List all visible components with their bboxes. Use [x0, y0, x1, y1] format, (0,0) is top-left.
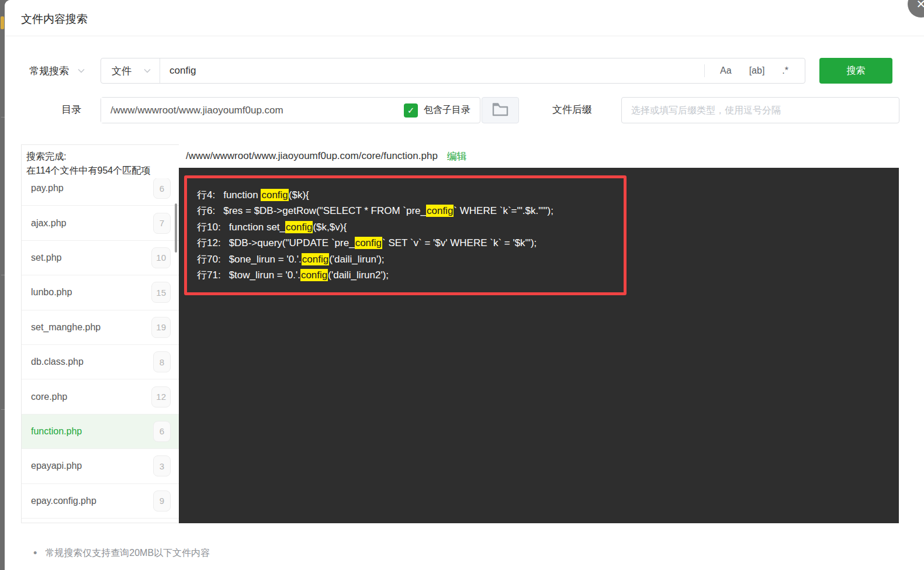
line-number: 行70: [197, 254, 221, 265]
file-name: pay.php [31, 183, 64, 194]
dimmed-background-page [0, 0, 5, 570]
file-name: set.php [31, 253, 61, 263]
code-text: ('daili_lirun2'); [328, 270, 389, 281]
search-input-group: 文件 Aa [ab] .* [101, 58, 805, 84]
line-number: 行71: [197, 270, 221, 281]
line-number: 行6: [197, 205, 215, 216]
suffix-input[interactable] [621, 97, 899, 123]
match-count-badge: 6 [153, 421, 171, 442]
list-scrollbar-thumb[interactable] [175, 203, 177, 253]
file-name: lunbo.php [31, 287, 72, 298]
code-text: ($k,$v){ [313, 222, 347, 233]
file-name: epayapi.php [31, 461, 82, 471]
file-preview-header: /www/wwwroot/www.jiaoyoumf0up.com/core/f… [179, 144, 899, 168]
match-count-badge: 8 [153, 351, 171, 372]
match-count-badge: 9 [153, 490, 171, 512]
directory-label: 目录 [61, 103, 81, 116]
search-type-select[interactable]: 文件 [101, 58, 160, 83]
highlighted-match: config [302, 253, 329, 265]
search-mode-select[interactable]: 常规搜索 [29, 58, 85, 84]
preview-file-path: /www/wwwroot/www.jiaoyoumf0up.com/core/f… [186, 150, 438, 162]
match-case-toggle[interactable]: Aa [720, 65, 732, 76]
code-line: 行70:$one_lirun = '0.'.config('daili_liru… [197, 251, 553, 267]
highlighted-match: config [285, 221, 313, 233]
file-preview-panel: /www/wwwroot/www.jiaoyoumf0up.com/core/f… [179, 144, 899, 523]
code-text: ('daili_lirun'); [329, 254, 384, 265]
list-item[interactable]: epay.config.php9 [22, 484, 179, 519]
list-item[interactable]: pay.php6 [22, 178, 179, 206]
match-count-badge: 15 [151, 282, 171, 303]
highlighted-match: config [426, 205, 454, 217]
file-name: db.class.php [31, 357, 84, 367]
highlighted-match: config [261, 189, 288, 201]
code-text: ` SET `v` = '$v' WHERE `k` = '$k'"); [382, 237, 537, 248]
line-number: 行4: [197, 189, 215, 201]
highlighted-match: config [355, 237, 382, 249]
list-item[interactable]: lunbo.php15 [22, 275, 179, 310]
search-summary-line1: 搜索完成: [26, 150, 174, 164]
search-results-panel: 搜索完成: 在114个文件中有954个匹配项 pay.php6ajax.php7… [21, 144, 179, 523]
directory-input-group: ✓ 包含子目录 [101, 97, 480, 123]
list-item[interactable]: set_manghe.php19 [22, 310, 179, 345]
file-list-viewport[interactable]: pay.php6ajax.php7set.php10lunbo.php15set… [22, 178, 179, 522]
match-count-badge: 7 [153, 213, 171, 234]
file-name: ajax.php [31, 218, 67, 229]
include-subdir-checkbox[interactable]: ✓ [404, 103, 418, 118]
regex-toggle[interactable]: .* [782, 65, 788, 76]
code-text: $res = $DB->getRow("SELECT * FROM `pre_ [223, 205, 426, 216]
search-summary-line2: 在114个文件中有954个匹配项 [26, 164, 174, 178]
chevron-down-icon [143, 67, 151, 75]
code-text: $one_lirun = '0.'. [229, 254, 302, 265]
search-mode-label: 常规搜索 [29, 64, 69, 78]
code-text: $DB->query("UPDATE `pre_ [229, 237, 355, 248]
dialog-title-bar: 文件内容搜索 [5, 0, 924, 36]
list-item[interactable]: set.php10 [22, 241, 179, 275]
bullet-icon: • [33, 547, 37, 559]
code-line: 行71:$tow_lirun = '0.'.config('daili_liru… [197, 267, 553, 283]
file-name: set_manghe.php [31, 322, 101, 333]
highlighted-match: config [300, 269, 328, 281]
match-count-badge: 6 [153, 178, 171, 199]
match-count-badge: 10 [151, 247, 171, 268]
page-title: 文件内容搜索 [21, 12, 88, 27]
code-line: 行12:$DB->query("UPDATE `pre_config` SET … [197, 235, 553, 251]
browse-folder-button[interactable] [482, 97, 519, 123]
list-item[interactable]: core.php12 [22, 379, 179, 414]
code-text: function [223, 189, 261, 201]
list-item[interactable]: function.php6 [22, 414, 179, 449]
file-name: epay.config.php [31, 496, 96, 506]
edit-file-link[interactable]: 编辑 [447, 150, 467, 163]
list-item[interactable]: ajax.php7 [22, 206, 179, 240]
search-summary: 搜索完成: 在114个文件中有954个匹配项 [22, 145, 179, 179]
file-list: pay.php6ajax.php7set.php10lunbo.php15set… [22, 178, 179, 519]
code-line: 行6:$res = $DB->getRow("SELECT * FROM `pr… [197, 203, 553, 219]
code-text: ($k){ [289, 189, 309, 201]
code-preview: 行4:function config($k){行6:$res = $DB->ge… [179, 168, 899, 523]
footer-note: • 常规搜索仅支持查询20MB以下文件内容 [33, 547, 210, 559]
file-content-search-dialog: ✕ 文件内容搜索 常规搜索 文件 Aa [ab] .* 搜索 目录 ✓ 包含子 [5, 0, 924, 570]
code-text: function set_ [229, 222, 285, 233]
search-type-label: 文件 [112, 64, 131, 78]
code-line: 行4:function config($k){ [197, 187, 553, 203]
line-number: 行12: [197, 237, 221, 248]
directory-input[interactable] [101, 98, 404, 123]
suffix-label: 文件后缀 [552, 103, 592, 116]
code-lines: 行4:function config($k){行6:$res = $DB->ge… [197, 187, 553, 283]
code-text: ` WHERE `k`='".$k."'"); [454, 205, 553, 216]
code-line: 行10:function set_config($k,$v){ [197, 219, 553, 235]
match-count-badge: 3 [153, 455, 171, 476]
code-text: $tow_lirun = '0.'. [229, 270, 300, 281]
match-count-badge: 12 [151, 386, 171, 407]
background-fragment [1, 16, 4, 29]
match-word-toggle[interactable]: [ab] [749, 65, 765, 76]
footer-note-text: 常规搜索仅支持查询20MB以下文件内容 [45, 547, 210, 559]
file-name: function.php [31, 426, 82, 437]
list-item[interactable]: db.class.php8 [22, 345, 179, 379]
search-button[interactable]: 搜索 [819, 58, 892, 84]
folder-icon [492, 102, 509, 119]
line-number: 行10: [197, 222, 221, 233]
include-subdir-label: 包含子目录 [424, 104, 470, 116]
search-keyword-input[interactable] [160, 58, 704, 83]
list-item[interactable]: epayapi.php3 [22, 449, 179, 483]
match-count-badge: 19 [151, 317, 171, 338]
